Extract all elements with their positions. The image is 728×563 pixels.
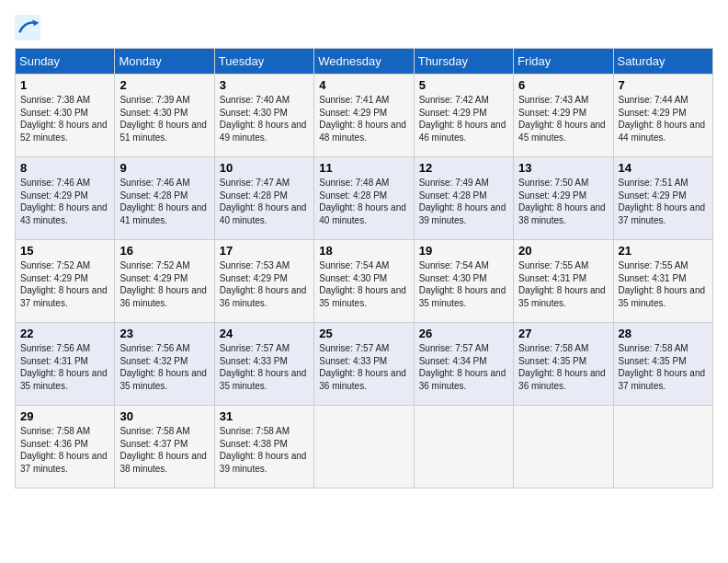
- day-info: Sunrise: 7:39 AM Sunset: 4:30 PM Dayligh…: [119, 94, 209, 144]
- day-number: 7: [619, 78, 708, 92]
- day-info: Sunrise: 7:57 AM Sunset: 4:34 PM Dayligh…: [419, 342, 508, 392]
- calendar-cell: 16 Sunrise: 7:52 AM Sunset: 4:29 PM Dayl…: [115, 240, 214, 323]
- day-number: 4: [319, 78, 408, 92]
- day-info: Sunrise: 7:46 AM Sunset: 4:29 PM Dayligh…: [20, 177, 109, 226]
- day-number: 11: [319, 161, 408, 175]
- day-number: 24: [220, 327, 309, 340]
- calendar-body: 1 Sunrise: 7:38 AM Sunset: 4:30 PM Dayli…: [16, 75, 713, 488]
- day-info: Sunrise: 7:54 AM Sunset: 4:30 PM Dayligh…: [319, 259, 408, 309]
- day-info: Sunrise: 7:57 AM Sunset: 4:33 PM Dayligh…: [319, 342, 408, 392]
- day-info: Sunrise: 7:58 AM Sunset: 4:38 PM Dayligh…: [220, 425, 309, 475]
- calendar-header: SundayMondayTuesdayWednesdayThursdayFrid…: [16, 49, 713, 75]
- day-number: 20: [518, 244, 608, 258]
- day-number: 10: [220, 161, 309, 175]
- day-number: 3: [220, 78, 309, 92]
- day-number: 12: [419, 161, 508, 175]
- day-header-thursday: Thursday: [414, 49, 513, 75]
- calendar-cell: 28 Sunrise: 7:58 AM Sunset: 4:35 PM Dayl…: [613, 323, 712, 406]
- calendar-row: 29 Sunrise: 7:58 AM Sunset: 4:36 PM Dayl…: [16, 406, 713, 488]
- day-number: 15: [20, 244, 109, 258]
- calendar-cell: 20 Sunrise: 7:55 AM Sunset: 4:31 PM Dayl…: [514, 240, 613, 323]
- day-info: Sunrise: 7:38 AM Sunset: 4:30 PM Dayligh…: [20, 94, 109, 144]
- header: [15, 15, 713, 40]
- calendar-cell: 23 Sunrise: 7:56 AM Sunset: 4:32 PM Dayl…: [115, 323, 214, 406]
- day-info: Sunrise: 7:50 AM Sunset: 4:29 PM Dayligh…: [518, 177, 608, 226]
- day-info: Sunrise: 7:54 AM Sunset: 4:30 PM Dayligh…: [419, 259, 508, 309]
- calendar-cell: 12 Sunrise: 7:49 AM Sunset: 4:28 PM Dayl…: [414, 157, 513, 240]
- day-number: 27: [518, 327, 608, 340]
- calendar-cell: 25 Sunrise: 7:57 AM Sunset: 4:33 PM Dayl…: [314, 323, 414, 406]
- day-number: 13: [518, 161, 608, 175]
- calendar-cell: 26 Sunrise: 7:57 AM Sunset: 4:34 PM Dayl…: [414, 323, 513, 406]
- day-info: Sunrise: 7:55 AM Sunset: 4:31 PM Dayligh…: [518, 259, 608, 309]
- calendar-cell: 4 Sunrise: 7:41 AM Sunset: 4:29 PM Dayli…: [314, 75, 414, 157]
- calendar-row: 22 Sunrise: 7:56 AM Sunset: 4:31 PM Dayl…: [16, 323, 713, 406]
- day-number: 17: [220, 244, 309, 258]
- calendar-cell: 3 Sunrise: 7:40 AM Sunset: 4:30 PM Dayli…: [214, 75, 313, 157]
- calendar-cell: 18 Sunrise: 7:54 AM Sunset: 4:30 PM Dayl…: [314, 240, 414, 323]
- calendar-cell: [314, 406, 414, 488]
- calendar-cell: 17 Sunrise: 7:53 AM Sunset: 4:29 PM Dayl…: [214, 240, 313, 323]
- day-info: Sunrise: 7:48 AM Sunset: 4:28 PM Dayligh…: [319, 177, 408, 226]
- day-info: Sunrise: 7:58 AM Sunset: 4:35 PM Dayligh…: [619, 342, 708, 392]
- day-number: 30: [119, 409, 209, 423]
- calendar-cell: 19 Sunrise: 7:54 AM Sunset: 4:30 PM Dayl…: [414, 240, 513, 323]
- day-number: 18: [319, 244, 408, 258]
- calendar-cell: [613, 406, 712, 488]
- day-info: Sunrise: 7:41 AM Sunset: 4:29 PM Dayligh…: [319, 94, 408, 144]
- day-number: 8: [20, 161, 109, 175]
- day-info: Sunrise: 7:46 AM Sunset: 4:28 PM Dayligh…: [119, 177, 209, 226]
- calendar-cell: 7 Sunrise: 7:44 AM Sunset: 4:29 PM Dayli…: [613, 75, 712, 157]
- day-info: Sunrise: 7:56 AM Sunset: 4:32 PM Dayligh…: [119, 342, 209, 392]
- calendar-cell: 13 Sunrise: 7:50 AM Sunset: 4:29 PM Dayl…: [514, 157, 613, 240]
- day-number: 16: [119, 244, 209, 258]
- day-number: 1: [20, 78, 109, 92]
- day-number: 31: [220, 409, 309, 423]
- day-number: 21: [619, 244, 708, 258]
- day-number: 9: [119, 161, 209, 175]
- day-header-friday: Friday: [514, 49, 613, 75]
- calendar-cell: 31 Sunrise: 7:58 AM Sunset: 4:38 PM Dayl…: [214, 406, 313, 488]
- calendar-cell: 6 Sunrise: 7:43 AM Sunset: 4:29 PM Dayli…: [514, 75, 613, 157]
- day-header-tuesday: Tuesday: [214, 49, 313, 75]
- day-number: 2: [119, 78, 209, 92]
- calendar-cell: 11 Sunrise: 7:48 AM Sunset: 4:28 PM Dayl…: [314, 157, 414, 240]
- day-header-wednesday: Wednesday: [314, 49, 414, 75]
- calendar-cell: 24 Sunrise: 7:57 AM Sunset: 4:33 PM Dayl…: [214, 323, 313, 406]
- logo-icon: [15, 15, 40, 40]
- day-info: Sunrise: 7:58 AM Sunset: 4:35 PM Dayligh…: [518, 342, 608, 392]
- days-row: SundayMondayTuesdayWednesdayThursdayFrid…: [16, 49, 713, 75]
- calendar-cell: 10 Sunrise: 7:47 AM Sunset: 4:28 PM Dayl…: [214, 157, 313, 240]
- day-number: 23: [119, 327, 209, 340]
- day-info: Sunrise: 7:51 AM Sunset: 4:29 PM Dayligh…: [619, 177, 708, 226]
- day-number: 26: [419, 327, 508, 340]
- day-number: 25: [319, 327, 408, 340]
- calendar-cell: 22 Sunrise: 7:56 AM Sunset: 4:31 PM Dayl…: [16, 323, 115, 406]
- day-header-saturday: Saturday: [613, 49, 712, 75]
- calendar-cell: 8 Sunrise: 7:46 AM Sunset: 4:29 PM Dayli…: [16, 157, 115, 240]
- day-info: Sunrise: 7:53 AM Sunset: 4:29 PM Dayligh…: [220, 259, 309, 309]
- day-number: 29: [20, 409, 109, 423]
- day-info: Sunrise: 7:52 AM Sunset: 4:29 PM Dayligh…: [20, 259, 109, 309]
- day-number: 14: [619, 161, 708, 175]
- day-info: Sunrise: 7:56 AM Sunset: 4:31 PM Dayligh…: [20, 342, 109, 392]
- calendar-row: 8 Sunrise: 7:46 AM Sunset: 4:29 PM Dayli…: [16, 157, 713, 240]
- calendar-cell: [514, 406, 613, 488]
- day-header-monday: Monday: [115, 49, 214, 75]
- calendar-cell: 2 Sunrise: 7:39 AM Sunset: 4:30 PM Dayli…: [115, 75, 214, 157]
- day-number: 28: [619, 327, 708, 340]
- day-info: Sunrise: 7:57 AM Sunset: 4:33 PM Dayligh…: [220, 342, 309, 392]
- day-info: Sunrise: 7:47 AM Sunset: 4:28 PM Dayligh…: [220, 177, 309, 226]
- calendar-cell: 30 Sunrise: 7:58 AM Sunset: 4:37 PM Dayl…: [115, 406, 214, 488]
- day-info: Sunrise: 7:52 AM Sunset: 4:29 PM Dayligh…: [119, 259, 209, 309]
- calendar-cell: 14 Sunrise: 7:51 AM Sunset: 4:29 PM Dayl…: [613, 157, 712, 240]
- day-info: Sunrise: 7:58 AM Sunset: 4:36 PM Dayligh…: [20, 425, 109, 475]
- logo: [15, 15, 44, 40]
- svg-rect-0: [15, 15, 40, 40]
- calendar-row: 1 Sunrise: 7:38 AM Sunset: 4:30 PM Dayli…: [16, 75, 713, 157]
- day-info: Sunrise: 7:40 AM Sunset: 4:30 PM Dayligh…: [220, 94, 309, 144]
- day-info: Sunrise: 7:49 AM Sunset: 4:28 PM Dayligh…: [419, 177, 508, 226]
- calendar-cell: [414, 406, 513, 488]
- day-info: Sunrise: 7:55 AM Sunset: 4:31 PM Dayligh…: [619, 259, 708, 309]
- calendar-cell: 27 Sunrise: 7:58 AM Sunset: 4:35 PM Dayl…: [514, 323, 613, 406]
